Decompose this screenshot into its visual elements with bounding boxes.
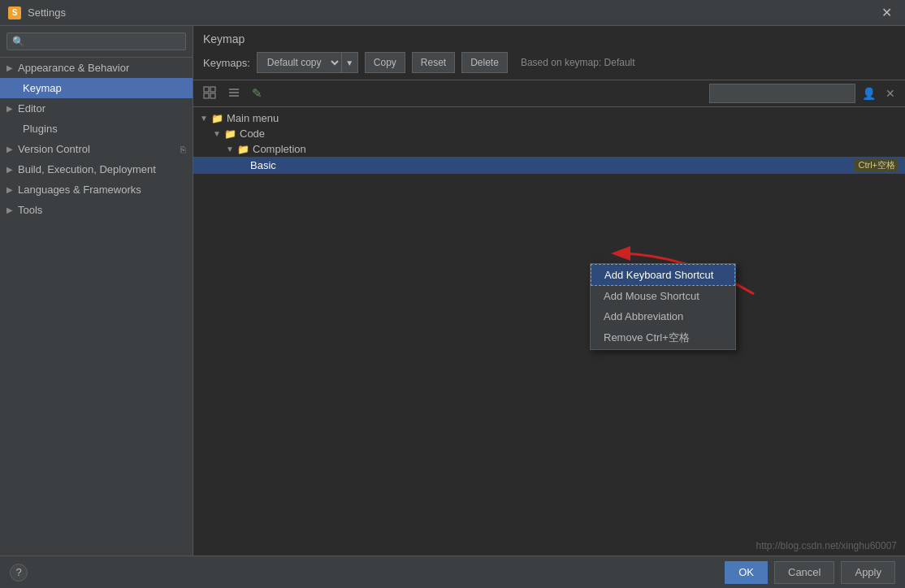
arrow-icon: ▶	[6, 205, 13, 214]
title-bar-left: S Settings	[8, 6, 66, 19]
tree-item-basic[interactable]: ▶ Basic Ctrl+空格	[193, 157, 905, 174]
copy-button[interactable]: Copy	[365, 52, 405, 73]
sidebar-item-label: Languages & Frameworks	[18, 184, 141, 196]
tree-item-main-menu[interactable]: ▼ 📁 Main menu	[193, 110, 905, 126]
keymap-select[interactable]: Default copy	[257, 52, 342, 73]
title-bar: S Settings ✕	[0, 0, 905, 26]
sidebar-item-label: Version Control	[18, 143, 90, 155]
bottom-bar-left: ?	[10, 564, 28, 582]
vcs-icon: ⎘	[180, 145, 186, 154]
sidebar-item-label: Plugins	[23, 123, 58, 135]
sidebar-item-version-control[interactable]: ▶ Version Control ⎘	[0, 139, 193, 159]
context-menu-item-add-abbreviation[interactable]: Add Abbreviation	[591, 306, 735, 326]
sidebar-item-keymap[interactable]: Keymap	[0, 78, 193, 98]
collapse-all-button[interactable]	[224, 84, 244, 103]
folder-icon: 📁	[237, 144, 249, 155]
edit-button[interactable]: ✎	[249, 84, 266, 102]
tree-item-completion[interactable]: ▼ 📁 Completion	[193, 141, 905, 157]
tree-expand-icon: ▼	[213, 129, 221, 138]
keymaps-label: Keymaps:	[203, 57, 250, 69]
main-layout: ▶ Appearance & Behavior Keymap ▶ Editor …	[0, 26, 905, 556]
tree-expand-icon: ▼	[200, 114, 208, 123]
tree-item-label: Completion	[253, 143, 899, 155]
reset-button[interactable]: Reset	[412, 52, 455, 73]
keymap-dropdown-arrow[interactable]: ▼	[342, 52, 358, 73]
keymap-select-wrapper: Default copy ▼	[257, 52, 358, 73]
keymap-header: Keymap Keymaps: Default copy ▼ Copy Rese…	[193, 26, 905, 80]
keymap-search-input[interactable]	[709, 84, 855, 103]
sidebar-item-editor[interactable]: ▶ Editor	[0, 98, 193, 119]
sidebar-item-languages-frameworks[interactable]: ▶ Languages & Frameworks	[0, 179, 193, 200]
expand-all-button[interactable]	[200, 84, 219, 103]
folder-icon: 📁	[224, 128, 236, 140]
arrow-icon: ▶	[6, 104, 13, 113]
svg-rect-3	[210, 93, 215, 98]
expand-all-icon	[203, 86, 216, 99]
action-toolbar-right: 🔍 👤 ✕	[709, 84, 899, 103]
sidebar-item-plugins[interactable]: Plugins	[0, 119, 193, 139]
user-icon-button[interactable]: 👤	[859, 85, 879, 102]
bottom-bar-right: OK Cancel Apply	[725, 561, 895, 584]
tree-item-label: Basic	[250, 159, 855, 171]
context-menu: Add Keyboard Shortcut Add Mouse Shortcut…	[590, 263, 736, 350]
context-menu-item-remove-shortcut[interactable]: Remove Ctrl+空格	[591, 326, 735, 349]
collapse-all-icon	[227, 86, 240, 99]
keymap-title: Keymap	[203, 32, 895, 45]
based-on-label: Based on keymap: Default	[521, 57, 635, 68]
context-menu-item-add-keyboard-shortcut[interactable]: Add Keyboard Shortcut	[591, 264, 735, 286]
help-button[interactable]: ?	[10, 564, 28, 582]
bottom-bar: ? OK Cancel Apply	[0, 556, 905, 588]
sidebar-item-label: Tools	[18, 204, 42, 216]
arrow-icon: ▶	[6, 145, 13, 153]
sidebar-item-label: Editor	[18, 102, 45, 115]
watermark: http://blog.csdn.net/xinghu60007	[756, 540, 897, 551]
action-toolbar: ✎ 🔍 👤 ✕	[193, 80, 905, 107]
search-wrapper: 🔍	[709, 84, 855, 103]
window-title: Settings	[28, 6, 66, 19]
sidebar-item-label: Appearance & Behavior	[18, 62, 129, 74]
clear-search-button[interactable]: ✕	[882, 85, 899, 102]
arrow-icon: ▶	[6, 165, 13, 174]
close-button[interactable]: ✕	[877, 3, 897, 22]
tree-area: ▼ 📁 Main menu ▼ 📁 Code ▼ 📁 Completion ▶ …	[193, 107, 905, 556]
tree-item-label: Code	[240, 128, 899, 140]
cancel-button[interactable]: Cancel	[774, 561, 834, 584]
apply-button[interactable]: Apply	[841, 561, 895, 584]
ok-button[interactable]: OK	[725, 561, 768, 584]
svg-rect-0	[204, 87, 209, 92]
content-area: Keymap Keymaps: Default copy ▼ Copy Rese…	[193, 26, 905, 556]
tree-item-label: Main menu	[227, 112, 899, 124]
tree-expand-icon: ▼	[226, 145, 234, 153]
sidebar-item-appearance-behavior[interactable]: ▶ Appearance & Behavior	[0, 58, 193, 78]
keymap-toolbar: Keymaps: Default copy ▼ Copy Reset Delet…	[203, 52, 895, 73]
app-icon: S	[8, 6, 21, 19]
sidebar-search-container	[0, 26, 193, 58]
tree-item-code[interactable]: ▼ 📁 Code	[193, 126, 905, 141]
sidebar-item-label: Build, Execution, Deployment	[18, 163, 156, 175]
delete-button[interactable]: Delete	[461, 52, 508, 73]
sidebar-item-tools[interactable]: ▶ Tools	[0, 200, 193, 220]
arrow-icon: ▶	[6, 63, 13, 72]
shortcut-badge: Ctrl+空格	[855, 158, 899, 172]
sidebar-item-build-execution[interactable]: ▶ Build, Execution, Deployment	[0, 159, 193, 179]
svg-rect-1	[210, 87, 215, 92]
sidebar: ▶ Appearance & Behavior Keymap ▶ Editor …	[0, 26, 193, 556]
sidebar-item-label: Keymap	[23, 82, 62, 94]
action-toolbar-left: ✎	[200, 84, 266, 103]
svg-rect-2	[204, 93, 209, 98]
sidebar-search-input[interactable]	[6, 32, 186, 50]
folder-icon: 📁	[211, 113, 223, 124]
arrow-icon: ▶	[6, 185, 13, 194]
context-menu-item-add-mouse-shortcut[interactable]: Add Mouse Shortcut	[591, 286, 735, 306]
